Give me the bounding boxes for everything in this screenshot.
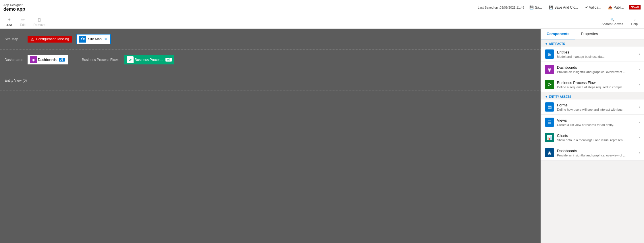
- panel-item-dashboards-artifacts[interactable]: ◉ Dashboards Provide an insightful and g…: [541, 62, 644, 77]
- panel-tabs: Components Properties: [541, 29, 644, 39]
- warning-icon: ⚠: [30, 37, 34, 41]
- entities-chevron-icon: ›: [639, 52, 640, 56]
- sitemap-icon: 🗺: [79, 36, 86, 43]
- panel-item-bpf-artifacts[interactable]: ⟳ Business Process Flow Define a sequenc…: [541, 77, 644, 92]
- dashboards-item-label: Dashboards: [38, 58, 57, 62]
- app-designer-label: App Designer: [3, 3, 25, 7]
- app-name: demo app: [3, 7, 25, 12]
- views-icon: ☰: [545, 118, 554, 127]
- save-button[interactable]: 💾 Sa...: [528, 4, 544, 11]
- tab-components[interactable]: Components: [541, 29, 575, 39]
- dashboards-row: Dashboards ◉ Dashboards All Business Pro…: [0, 49, 541, 70]
- views-chevron-icon: ›: [639, 120, 640, 124]
- draft-badge: *Draft: [629, 5, 641, 9]
- entity-assets-section-header: ▼ ENTITY ASSETS: [541, 92, 644, 100]
- header-actions: Last Saved on :03/09/2021 11:48 💾 Sa... …: [478, 4, 641, 11]
- site-map-row-label: Site Map: [5, 37, 28, 41]
- dashboards-artifacts-title: Dashboards: [557, 65, 636, 70]
- bpf-artifacts-icon: ⟳: [545, 80, 554, 89]
- help-icon: ?: [634, 18, 635, 22]
- entities-desc: Model and manage business data.: [557, 55, 626, 58]
- site-map-row: Site Map ⚠ Configuration Missing 🗺 Site …: [0, 29, 541, 49]
- add-button[interactable]: ＋ Add: [3, 16, 15, 28]
- forms-text: Forms Define how users will see and inte…: [557, 103, 636, 111]
- panel-item-forms[interactable]: ▤ Forms Define how users will see and in…: [541, 100, 644, 115]
- site-map-content: ⚠ Configuration Missing 🗺 Site Map ✏: [28, 34, 536, 44]
- toolbar: ＋ Add ✏ Edit 🗑 Remove 🔍 Search Canvas ? …: [0, 15, 644, 29]
- views-title: Views: [557, 118, 636, 123]
- entity-assets-chevron-icon: ▼: [545, 95, 548, 98]
- bpf-icon: ⟳: [127, 56, 134, 63]
- entity-view-row: Entity View (0): [0, 70, 541, 91]
- bpf-artifacts-desc: Define a sequence of steps required to c…: [557, 85, 626, 89]
- site-map-item[interactable]: 🗺 Site Map ✏: [76, 34, 111, 44]
- dashboards-row-label: Dashboards: [5, 58, 28, 62]
- save-icon: 💾: [529, 5, 534, 9]
- bpf-all-badge[interactable]: All: [165, 58, 171, 62]
- charts-text: Charts Show data in a meaningful and vis…: [557, 133, 636, 142]
- bpf-artifacts-title: Business Process Flow: [557, 81, 636, 85]
- forms-chevron-icon: ›: [639, 105, 640, 109]
- site-map-item-label: Site Map: [88, 37, 101, 41]
- edit-button[interactable]: ✏ Edit: [17, 16, 28, 28]
- panel-item-entities[interactable]: ⊞ Entities Model and manage business dat…: [541, 47, 644, 62]
- remove-icon: 🗑: [37, 17, 42, 22]
- dashboards-artifacts-desc: Provide an insightful and graphical over…: [557, 70, 626, 74]
- edit-icon: ✏: [21, 17, 25, 22]
- forms-desc: Define how users will see and interact w…: [557, 108, 626, 111]
- remove-button[interactable]: 🗑 Remove: [31, 16, 48, 28]
- validate-button[interactable]: ✔ Valida...: [583, 4, 603, 11]
- help-button[interactable]: ? Help: [628, 17, 641, 27]
- bpf-row-label: Business Process Flows: [82, 58, 122, 62]
- entities-text: Entities Model and manage business data.: [557, 50, 636, 58]
- dashboards-entity-chevron-icon: ›: [639, 151, 640, 155]
- entities-icon: ⊞: [545, 49, 554, 59]
- artifacts-section-header: ▼ ARTIFACTS: [541, 39, 644, 47]
- charts-chevron-icon: ›: [639, 135, 640, 139]
- bpf-artifacts-text: Business Process Flow Define a sequence …: [557, 81, 636, 89]
- bpf-item[interactable]: ⟳ Business Proces... All: [124, 55, 174, 64]
- panel-item-dashboards-entity[interactable]: ◉ Dashboards Provide an insightful and g…: [541, 145, 644, 160]
- views-text: Views Create a list view of records for …: [557, 118, 636, 127]
- save-and-close-button[interactable]: 💾 Save And Clo...: [547, 4, 580, 11]
- right-panel: Components Properties ▼ ARTIFACTS ⊞ Enti…: [541, 29, 644, 243]
- bpf-item-label: Business Proces...: [135, 58, 163, 62]
- entity-view-label: Entity View (0): [5, 79, 27, 83]
- main-area: Site Map ⚠ Configuration Missing 🗺 Site …: [0, 29, 644, 243]
- save-close-icon: 💾: [549, 5, 553, 9]
- site-map-edit-icon[interactable]: ✏: [105, 37, 107, 41]
- entities-title: Entities: [557, 50, 636, 54]
- dashboards-entity-title: Dashboards: [557, 149, 636, 153]
- dashboards-entity-desc: Provide an insightful and graphical over…: [557, 154, 626, 157]
- dashboards-entity-text: Dashboards Provide an insightful and gra…: [557, 149, 636, 157]
- dashboards-artifacts-icon: ◉: [545, 65, 554, 74]
- forms-icon: ▤: [545, 102, 554, 112]
- canvas: Site Map ⚠ Configuration Missing 🗺 Site …: [0, 29, 541, 243]
- vertical-divider: [75, 54, 75, 66]
- dashboards-artifacts-chevron-icon: ›: [639, 67, 640, 71]
- panel-item-charts[interactable]: 📊 Charts Show data in a meaningful and v…: [541, 130, 644, 145]
- bpf-artifacts-chevron-icon: ›: [639, 83, 640, 87]
- forms-title: Forms: [557, 103, 636, 107]
- dashboards-item[interactable]: ◉ Dashboards All: [28, 55, 68, 64]
- dashboards-icon: ◉: [30, 56, 37, 63]
- charts-icon: 📊: [545, 133, 554, 142]
- charts-title: Charts: [557, 133, 636, 138]
- charts-desc: Show data in a meaningful and visual rep…: [557, 138, 626, 142]
- tab-properties[interactable]: Properties: [575, 29, 603, 39]
- validate-icon: ✔: [585, 5, 588, 9]
- panel-item-views[interactable]: ☰ Views Create a list view of records fo…: [541, 115, 644, 130]
- dashboards-artifacts-text: Dashboards Provide an insightful and gra…: [557, 65, 636, 74]
- publish-button[interactable]: 📤 Publi...: [606, 4, 626, 11]
- dashboards-all-badge[interactable]: All: [59, 58, 65, 62]
- publish-icon: 📤: [608, 5, 612, 9]
- artifacts-chevron-icon: ▼: [545, 42, 548, 45]
- app-title-area: App Designer demo app: [3, 3, 25, 12]
- add-icon: ＋: [7, 17, 11, 23]
- config-missing-banner: ⚠ Configuration Missing: [28, 36, 72, 43]
- search-icon: 🔍: [610, 18, 614, 22]
- views-desc: Create a list view of records for an ent…: [557, 123, 626, 127]
- dashboards-entity-icon: ◉: [545, 148, 554, 157]
- search-canvas-button[interactable]: 🔍 Search Canvas: [599, 17, 626, 27]
- dashboards-content: ◉ Dashboards All Business Process Flows …: [28, 54, 536, 66]
